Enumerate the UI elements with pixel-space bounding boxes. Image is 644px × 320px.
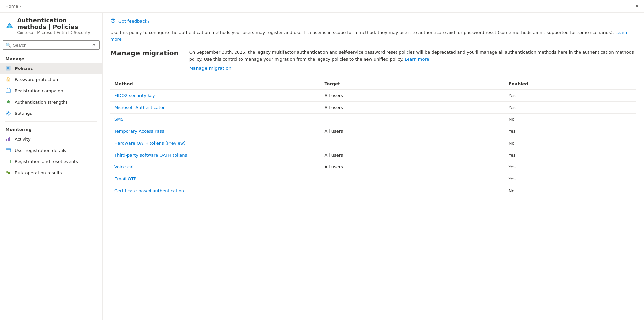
sidebar: Authentication methods | Policies Contos…	[0, 13, 103, 320]
monitoring-section-label: Monitoring	[0, 124, 102, 133]
method-cell: Temporary Access Pass	[110, 125, 321, 137]
sidebar-item-label-settings: Settings	[15, 111, 32, 116]
info-paragraph: Use this policy to configure the authent…	[110, 29, 636, 42]
enabled-cell: Yes	[505, 149, 636, 161]
entra-logo-icon	[5, 20, 14, 32]
password-icon	[5, 76, 11, 82]
table-row: Microsoft AuthenticatorAll usersYes	[110, 101, 636, 113]
reg-campaign-icon	[5, 88, 11, 94]
migration-content: On September 30th, 2025, the legacy mult…	[189, 49, 636, 71]
sidebar-title: Authentication methods | Policies	[17, 17, 97, 30]
enabled-cell: No	[505, 185, 636, 197]
method-link[interactable]: Temporary Access Pass	[114, 129, 164, 134]
sidebar-item-policies[interactable]: Policies	[0, 63, 102, 74]
target-cell	[321, 113, 505, 125]
table-row: Temporary Access PassAll usersYes	[110, 125, 636, 137]
settings-icon	[5, 110, 11, 116]
search-box-container: 🔍 «	[3, 40, 100, 50]
manage-section-label: Manage	[0, 54, 102, 63]
sidebar-item-user-registration[interactable]: User registration details	[0, 145, 102, 156]
target-cell	[321, 173, 505, 185]
enabled-cell: Yes	[505, 161, 636, 173]
table-row: Email OTPYes	[110, 173, 636, 185]
enabled-cell: Yes	[505, 89, 636, 102]
reg-events-icon	[5, 159, 11, 164]
sidebar-item-auth-strengths[interactable]: Authentication strengths	[0, 96, 102, 108]
sidebar-item-label-activity: Activity	[15, 137, 31, 142]
sidebar-item-password-protection[interactable]: Password protection	[0, 74, 102, 85]
sidebar-item-label-password: Password protection	[15, 77, 58, 82]
sidebar-item-label-reg-campaign: Registration campaign	[15, 88, 63, 93]
method-cell: Third-party software OATH tokens	[110, 149, 321, 161]
auth-strengths-icon	[5, 99, 11, 105]
methods-table-header: Method Target Enabled	[110, 79, 636, 89]
method-cell: Microsoft Authenticator	[110, 101, 321, 113]
svg-rect-16	[6, 160, 11, 163]
sidebar-item-reg-events[interactable]: Registration and reset events	[0, 156, 102, 167]
svg-rect-9	[6, 89, 11, 92]
method-link[interactable]: Voice call	[114, 164, 135, 169]
sidebar-item-settings[interactable]: Settings	[0, 108, 102, 119]
svg-point-19	[6, 171, 8, 173]
enabled-cell: Yes	[505, 173, 636, 185]
close-button[interactable]: ×	[635, 3, 639, 10]
top-bar: Home › ×	[0, 0, 644, 13]
col-target-header: Target	[321, 79, 505, 89]
sidebar-item-registration-campaign[interactable]: Registration campaign	[0, 85, 102, 96]
breadcrumb-separator: ›	[19, 4, 21, 9]
method-link[interactable]: Third-party software OATH tokens	[114, 153, 187, 158]
col-method-header: Method	[110, 79, 321, 89]
method-cell: Voice call	[110, 161, 321, 173]
method-link[interactable]: Microsoft Authenticator	[114, 105, 165, 110]
enabled-cell: Yes	[505, 101, 636, 113]
sidebar-item-label-policies: Policies	[15, 66, 33, 71]
svg-point-22	[113, 22, 113, 22]
sidebar-item-label-auth-strengths: Authentication strengths	[15, 100, 68, 105]
method-link[interactable]: Email OTP	[114, 176, 136, 181]
method-cell: SMS	[110, 113, 321, 125]
table-row: FIDO2 security keyAll usersYes	[110, 89, 636, 102]
methods-table: Method Target Enabled FIDO2 security key…	[110, 79, 636, 197]
content-area: Got feedback? Use this policy to configu…	[103, 13, 644, 320]
method-link[interactable]: SMS	[114, 117, 124, 122]
sidebar-item-bulk-operation[interactable]: Bulk operation results	[0, 167, 102, 178]
svg-rect-12	[8, 138, 9, 141]
sidebar-item-activity[interactable]: Activity	[0, 133, 102, 145]
sidebar-title-row: Authentication methods | Policies Contos…	[5, 17, 97, 35]
table-row: Hardware OATH tokens (Preview)No	[110, 137, 636, 149]
svg-rect-11	[6, 139, 7, 141]
manage-migration-link[interactable]: Manage migration	[189, 66, 232, 71]
breadcrumb-home[interactable]: Home	[5, 4, 18, 9]
method-link[interactable]: Hardware OATH tokens (Preview)	[114, 141, 186, 146]
info-text-body: Use this policy to configure the authent…	[110, 30, 614, 35]
collapse-button[interactable]: «	[91, 42, 97, 48]
enabled-cell: No	[505, 137, 636, 149]
activity-icon	[5, 136, 11, 142]
target-cell: All users	[321, 89, 505, 102]
sidebar-item-label-reg-events: Registration and reset events	[15, 159, 78, 164]
migration-description: On September 30th, 2025, the legacy mult…	[189, 49, 636, 63]
svg-point-20	[8, 172, 10, 174]
table-row: SMSNo	[110, 113, 636, 125]
method-link[interactable]: FIDO2 security key	[114, 93, 155, 98]
target-cell: All users	[321, 125, 505, 137]
policies-icon	[5, 65, 11, 71]
svg-point-8	[8, 80, 9, 81]
target-cell: All users	[321, 101, 505, 113]
breadcrumb[interactable]: Home ›	[5, 4, 21, 9]
method-link[interactable]: Certificate-based authentication	[114, 188, 184, 193]
svg-point-10	[8, 113, 9, 114]
feedback-text[interactable]: Got feedback?	[118, 19, 150, 23]
feedback-bar[interactable]: Got feedback?	[110, 18, 636, 24]
search-input[interactable]	[13, 43, 89, 48]
table-row: Certificate-based authenticationNo	[110, 185, 636, 197]
target-cell: All users	[321, 149, 505, 161]
table-row: Voice callAll usersYes	[110, 161, 636, 173]
sidebar-header: Authentication methods | Policies Contos…	[0, 13, 102, 40]
bulk-icon	[5, 170, 11, 176]
methods-table-body: FIDO2 security keyAll usersYesMicrosoft …	[110, 89, 636, 197]
user-reg-icon	[5, 147, 11, 153]
sidebar-item-label-bulk: Bulk operation results	[15, 170, 62, 175]
method-cell: Certificate-based authentication	[110, 185, 321, 197]
migration-learn-more-link[interactable]: Learn more	[405, 57, 429, 62]
